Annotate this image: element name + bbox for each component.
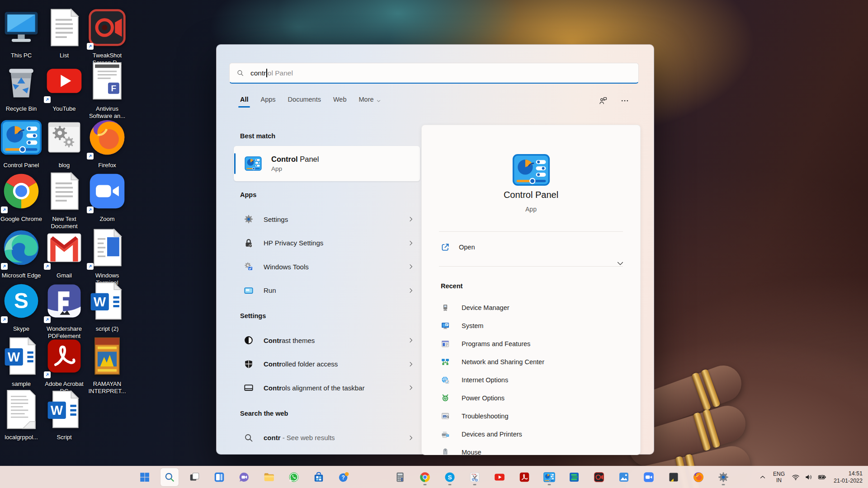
taskbar-tweakshot-button[interactable] xyxy=(590,468,608,486)
tab-more[interactable]: More xyxy=(359,96,381,108)
desktop-icon-terminal[interactable]: Windows Terminal xyxy=(86,227,128,286)
recent-item-label: Network and Sharing Center xyxy=(462,358,544,366)
desktop-icon-webpage[interactable]: FAntivirus Software an... xyxy=(86,60,128,120)
desktop-icon-txtfile[interactable]: localgrppol... xyxy=(0,389,42,441)
chevron-down-icon[interactable] xyxy=(616,259,625,268)
search-input[interactable]: control Panel xyxy=(229,63,639,84)
chat-icon xyxy=(238,471,250,483)
desktop-icon-ramayan[interactable]: RAMAYAN INTERPRET... xyxy=(86,335,128,395)
recent-item-devices-and-printers[interactable]: Devices and Printers xyxy=(422,425,640,443)
taskbar-store-button[interactable] xyxy=(310,468,328,486)
desktop-icon-control-panel[interactable]: Control Panel xyxy=(0,117,42,169)
more-options-icon[interactable] xyxy=(620,96,629,105)
settings-icon xyxy=(717,471,729,483)
desktop-icon-gmail[interactable]: Gmail xyxy=(43,227,85,279)
volume-icon[interactable] xyxy=(804,473,813,482)
taskbar-chrome-button[interactable] xyxy=(416,468,434,486)
desktop-icon-pdfelement[interactable]: Wondershare PDFelement xyxy=(43,280,85,340)
system-tray-icons[interactable] xyxy=(791,473,826,482)
desktop-icon-zoom[interactable]: Zoom xyxy=(86,170,128,223)
desktop-icon-doc[interactable]: New Text Document xyxy=(43,170,85,230)
desktop-icon-label: Gmail xyxy=(43,272,85,279)
tab-apps[interactable]: Apps xyxy=(261,96,276,108)
taskbar-search-button[interactable] xyxy=(160,468,179,486)
taskbar: ?S ENGIN 14:51 21-01-2022 xyxy=(0,466,868,488)
desktop-icon-chrome[interactable]: Google Chrome xyxy=(0,170,42,223)
chevron-right-icon xyxy=(407,239,415,247)
taskbar-task-view-button[interactable] xyxy=(185,468,203,486)
tab-documents[interactable]: Documents xyxy=(288,96,321,108)
taskbar-align-icon xyxy=(244,383,254,393)
result-label: Settings xyxy=(264,216,288,223)
open-button[interactable]: Open xyxy=(422,238,640,256)
best-match-subtitle: App xyxy=(271,165,319,172)
widgets-icon xyxy=(213,471,225,483)
desktop-icon-firefox[interactable]: Firefox xyxy=(86,117,128,169)
best-match-result[interactable]: Control Panel App xyxy=(234,146,420,181)
edge-icon xyxy=(0,262,42,270)
recent-item-internet-options[interactable]: Internet Options xyxy=(422,371,640,389)
shortcut-arrow-icon xyxy=(44,96,51,103)
taskbar-zoom-button[interactable] xyxy=(640,468,658,486)
hidden-icons-chevron[interactable] xyxy=(759,473,767,481)
taskbar-control-panel-button[interactable] xyxy=(540,468,558,486)
result-windows-tools[interactable]: Windows Tools xyxy=(234,255,420,279)
taskbar-widgets-button[interactable] xyxy=(210,468,228,486)
result-contrast-themes[interactable]: Contrast themes xyxy=(234,328,420,352)
chevron-right-icon xyxy=(407,263,415,270)
tab-all[interactable]: All xyxy=(240,96,249,108)
taskbar-get-help-button[interactable]: ? xyxy=(335,468,353,486)
taskbar-file-explorer-button[interactable] xyxy=(260,468,278,486)
gears-window-icon xyxy=(43,152,85,160)
taskbar-whatsapp-button[interactable] xyxy=(285,468,303,486)
language-indicator[interactable]: ENGIN xyxy=(772,471,786,483)
desktop-icon-this-pc[interactable]: This PC xyxy=(0,7,42,59)
desktop-icon-edge[interactable]: Microsoft Edge xyxy=(0,227,42,279)
desktop-icon-gears-window[interactable]: blog xyxy=(43,117,85,169)
wifi-icon[interactable] xyxy=(791,473,800,482)
result-run[interactable]: Run xyxy=(234,279,420,303)
taskbar-youtube-button[interactable] xyxy=(491,468,509,486)
desktop-icon-worddoc[interactable]: WScript xyxy=(43,389,85,441)
recent-item-device-manager[interactable]: Device Manager xyxy=(422,299,640,317)
taskbar-sticky-notes-button[interactable] xyxy=(665,468,683,486)
desktop-icon-worddoc[interactable]: Wsample xyxy=(0,335,42,388)
taskbar-skype-button[interactable]: S xyxy=(441,468,459,486)
system-icon xyxy=(441,321,450,330)
result-settings[interactable]: Settings xyxy=(234,207,420,231)
doc-icon xyxy=(43,42,85,50)
recent-item-troubleshooting[interactable]: Troubleshooting xyxy=(422,407,640,425)
desktop-icon-skype[interactable]: SSkype xyxy=(0,280,42,333)
desktop-icon-worddoc[interactable]: Wscript (2) xyxy=(86,280,128,333)
taskbar-chat-button[interactable] xyxy=(235,468,253,486)
taskbar-calculator-button[interactable] xyxy=(391,468,409,486)
recent-item-power-options[interactable]: Power Options xyxy=(422,389,640,407)
user-feedback-icon[interactable] xyxy=(599,96,608,105)
clock[interactable]: 14:51 21-01-2022 xyxy=(834,470,863,484)
shortcut-arrow-icon xyxy=(87,263,94,270)
taskbar-firefox-button[interactable] xyxy=(689,468,708,486)
divider xyxy=(439,266,623,267)
recent-item-programs-and-features[interactable]: Programs and Features xyxy=(422,335,640,353)
recent-item-mouse[interactable]: Mouse xyxy=(422,443,640,455)
recent-item-network-and-sharing-center[interactable]: Network and Sharing Center xyxy=(422,353,640,371)
result-controlled-folder-access[interactable]: Controlled folder access xyxy=(234,352,420,376)
taskbar-start-button[interactable] xyxy=(136,468,154,486)
result-hp-privacy-settings[interactable]: HP Privacy Settings xyxy=(234,231,420,255)
taskbar-notes-green-button[interactable] xyxy=(565,468,583,486)
battery-icon[interactable] xyxy=(817,473,826,482)
taskbar-settings-button[interactable] xyxy=(714,468,732,486)
recent-item-label: Troubleshooting xyxy=(462,413,508,420)
desktop-icon-youtube[interactable]: YouTube xyxy=(43,60,85,113)
desktop-icon-tweakshot[interactable]: TweakShot Screen R... xyxy=(86,7,128,66)
tab-web[interactable]: Web xyxy=(333,96,347,108)
recent-item-system[interactable]: System xyxy=(422,317,640,335)
taskbar-acrobat-button[interactable] xyxy=(515,468,533,486)
desktop-icon-recycle-bin[interactable]: Recycle Bin xyxy=(0,60,42,113)
result-controls-alignment-of-the-taskbar[interactable]: Controls alignment of the taskbar xyxy=(234,376,420,400)
taskbar-photos-button[interactable] xyxy=(615,468,633,486)
desktop-icon-acrobat[interactable]: Adobe Acrobat DC xyxy=(43,335,85,395)
result-contr-see-web-results[interactable]: contr - See web results xyxy=(234,426,420,450)
taskbar-snipping-tool-button[interactable] xyxy=(466,468,484,486)
desktop-icon-doc[interactable]: List xyxy=(43,7,85,59)
